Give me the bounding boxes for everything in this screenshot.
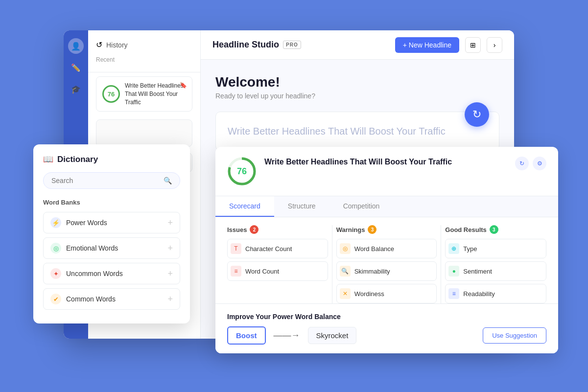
issue-character-count[interactable]: T Character Count bbox=[227, 239, 328, 258]
common-words-icon: ✔ bbox=[50, 294, 61, 304]
pro-badge: PRO bbox=[283, 41, 301, 49]
type-label: Type bbox=[463, 245, 477, 253]
emotional-words-label: Emotional Words bbox=[66, 244, 118, 252]
sentiment-icon: ● bbox=[448, 266, 459, 277]
history-placeholder-1 bbox=[96, 119, 192, 147]
uncommon-words-add-icon[interactable]: + bbox=[167, 269, 173, 279]
tab-scorecard[interactable]: Scorecard bbox=[215, 196, 274, 217]
warning-skimmability[interactable]: 🔍 Skimmability bbox=[336, 261, 437, 281]
history-item[interactable]: 76 Write Better Headlines That Will Boos… bbox=[96, 76, 192, 112]
analysis-header-icons: ↻ ⚙ bbox=[515, 157, 546, 170]
history-score-badge: 76 bbox=[102, 85, 120, 103]
tab-competition[interactable]: Competition bbox=[329, 196, 394, 217]
use-suggestion-button[interactable]: Use Suggestion bbox=[483, 327, 546, 344]
welcome-subtitle: Ready to level up your headline? bbox=[215, 92, 499, 100]
character-count-label: Character Count bbox=[245, 245, 292, 253]
score-circle: 76 bbox=[227, 157, 257, 186]
warning-word-balance[interactable]: ◎ Word Balance bbox=[336, 239, 437, 258]
good-results-count: 3 bbox=[490, 225, 498, 234]
readability-label: Readability bbox=[463, 290, 494, 298]
sidebar-icon-learn[interactable]: 🎓 bbox=[68, 81, 84, 97]
common-words-label: Common Words bbox=[66, 295, 116, 303]
word-count-icon: ≡ bbox=[231, 266, 241, 277]
emotional-words-add-icon[interactable]: + bbox=[167, 243, 173, 254]
arrow-icon: ——→ bbox=[274, 330, 300, 341]
analysis-panel: 76 Write Better Headlines That Will Boos… bbox=[215, 147, 558, 353]
warnings-label: Warnings bbox=[336, 226, 365, 233]
wordiness-icon: ✕ bbox=[340, 288, 351, 299]
word-bank-power[interactable]: ⚡ Power Words + bbox=[43, 212, 180, 233]
settings-icon-btn[interactable]: ⚙ bbox=[533, 157, 546, 170]
good-sentiment[interactable]: ● Sentiment bbox=[445, 261, 546, 281]
welcome-title: Welcome! bbox=[215, 74, 499, 90]
uncommon-words-label: Uncommon Words bbox=[66, 270, 123, 277]
skimmability-icon: 🔍 bbox=[340, 266, 351, 277]
refresh-button[interactable]: ↻ bbox=[465, 102, 489, 127]
power-words-icon: ⚡ bbox=[50, 217, 61, 228]
history-title: History bbox=[106, 41, 128, 49]
word-count-label: Word Count bbox=[245, 268, 279, 275]
good-results-label: Good Results bbox=[445, 226, 487, 233]
good-type[interactable]: ⊕ Type bbox=[445, 239, 546, 258]
word-balance-label: Word Balance bbox=[354, 245, 394, 253]
dictionary-title: 📖 Dictionary bbox=[43, 154, 180, 164]
word-balance-icon: ◎ bbox=[340, 243, 351, 254]
suggestion-row: Boost ——→ Skyrocket Use Suggestion bbox=[227, 326, 546, 345]
refresh-icon-btn[interactable]: ↻ bbox=[515, 157, 529, 170]
power-words-label: Power Words bbox=[66, 219, 107, 227]
analysis-header: 76 Write Better Headlines That Will Boos… bbox=[215, 147, 558, 196]
suggestion-title: Improve Your Power Word Balance bbox=[227, 313, 546, 321]
warnings-column: Warnings 3 ◎ Word Balance 🔍 Skimmability… bbox=[332, 225, 442, 306]
warnings-count: 3 bbox=[368, 225, 376, 234]
warnings-header: Warnings 3 bbox=[336, 225, 437, 234]
score-value: 76 bbox=[237, 166, 247, 177]
issues-count: 2 bbox=[250, 225, 259, 234]
recent-label: Recent bbox=[96, 56, 192, 63]
issues-label: Issues bbox=[227, 226, 247, 233]
suggestion-original: Boost bbox=[227, 326, 266, 345]
readability-icon: ≡ bbox=[448, 288, 459, 299]
user-avatar[interactable]: 👤 bbox=[68, 38, 84, 54]
good-readability[interactable]: ≡ Readability bbox=[445, 284, 546, 303]
app-brand: Headline Studio PRO bbox=[212, 40, 301, 50]
top-bar-right: + New Headline ⊞ › bbox=[395, 37, 502, 53]
search-box[interactable]: 🔍 bbox=[43, 172, 180, 189]
analysis-headline-text: Write Better Headlines That Will Boost Y… bbox=[264, 157, 507, 167]
uncommon-words-icon: ✦ bbox=[50, 268, 61, 279]
bookmark-icon[interactable]: 🔖 bbox=[180, 82, 187, 89]
issues-column: Issues 2 T Character Count ≡ Word Count bbox=[223, 225, 332, 306]
issue-word-count[interactable]: ≡ Word Count bbox=[227, 261, 328, 281]
dictionary-title-text: Dictionary bbox=[57, 155, 98, 164]
tab-structure[interactable]: Structure bbox=[274, 196, 329, 217]
sentiment-label: Sentiment bbox=[463, 268, 492, 275]
skimmability-label: Skimmability bbox=[354, 268, 390, 275]
word-bank-common[interactable]: ✔ Common Words + bbox=[43, 288, 180, 310]
analysis-tabs: Scorecard Structure Competition bbox=[215, 196, 558, 217]
dictionary-panel: 📖 Dictionary 🔍 Word Banks ⚡ Power Words … bbox=[33, 144, 190, 323]
issues-header: Issues 2 bbox=[227, 225, 328, 234]
chevron-icon-btn[interactable]: › bbox=[487, 37, 502, 53]
power-words-add-icon[interactable]: + bbox=[167, 218, 173, 228]
word-bank-uncommon[interactable]: ✦ Uncommon Words + bbox=[43, 263, 180, 284]
search-input[interactable] bbox=[51, 177, 164, 184]
scorecard-grid: Issues 2 T Character Count ≡ Word Count … bbox=[215, 217, 558, 314]
history-item-text: Write Better Headlines That Will Boost Y… bbox=[125, 82, 186, 106]
warning-wordiness[interactable]: ✕ Wordiness bbox=[336, 284, 437, 303]
emotional-words-icon: ◎ bbox=[50, 243, 61, 254]
word-banks-title: Word Banks bbox=[43, 199, 180, 206]
character-count-icon: T bbox=[231, 243, 241, 254]
sidebar-icon-pen[interactable]: ✏️ bbox=[68, 60, 84, 75]
app-name: Headline Studio bbox=[212, 40, 279, 50]
search-icon: 🔍 bbox=[164, 177, 172, 184]
top-bar: Headline Studio PRO + New Headline ⊞ › bbox=[201, 30, 514, 60]
headline-input-area: ↻ Write Better Headlines That Will Boost… bbox=[215, 112, 499, 151]
good-results-column: Good Results 3 ⊕ Type ● Sentiment ≡ Read… bbox=[441, 225, 550, 306]
headline-input-placeholder[interactable]: Write Better Headlines That Will Boost Y… bbox=[228, 124, 487, 138]
menu-icon-btn[interactable]: ⊞ bbox=[465, 37, 481, 53]
wordiness-label: Wordiness bbox=[354, 290, 384, 298]
new-headline-button[interactable]: + New Headline bbox=[395, 37, 459, 53]
dictionary-icon: 📖 bbox=[43, 154, 53, 164]
suggestion-replacement: Skyrocket bbox=[308, 327, 357, 344]
word-bank-emotional[interactable]: ◎ Emotional Words + bbox=[43, 237, 180, 259]
common-words-add-icon[interactable]: + bbox=[167, 294, 173, 304]
